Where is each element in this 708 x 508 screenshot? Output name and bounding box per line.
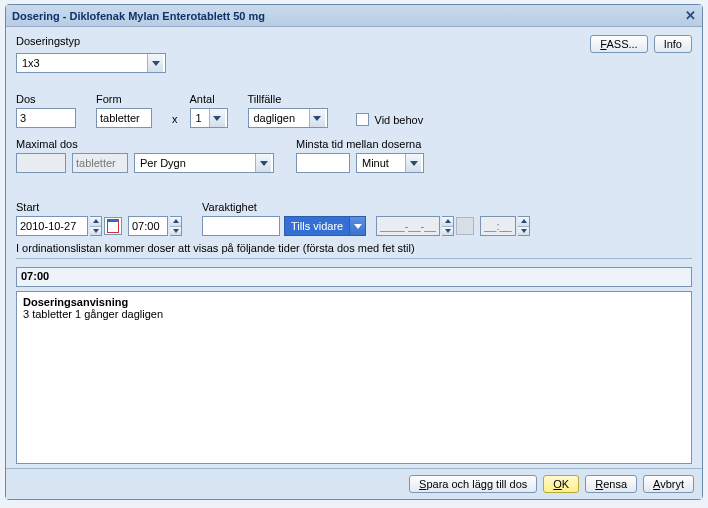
title-bar: Dosering - Diklofenak Mylan Enterotablet… bbox=[6, 5, 702, 27]
minsta-label: Minsta tid mellan doserna bbox=[296, 138, 424, 150]
dialog-footer: Spara och lägg till dos OK Rensa Avbryt bbox=[6, 468, 702, 499]
start-date-input[interactable] bbox=[16, 216, 88, 236]
maxdos-label: Maximal dos bbox=[16, 138, 274, 150]
antal-label: Antal bbox=[190, 93, 228, 105]
chevron-down-icon[interactable] bbox=[405, 154, 421, 172]
varaktighet-mode-select[interactable]: Tills vidare bbox=[284, 216, 366, 236]
chevron-down-icon[interactable] bbox=[309, 109, 325, 127]
form-input[interactable] bbox=[96, 108, 152, 128]
minsta-unit-select[interactable]: Minut bbox=[356, 153, 424, 173]
chevron-down-icon[interactable] bbox=[255, 154, 271, 172]
maxdos-input bbox=[16, 153, 66, 173]
tillfalle-select[interactable]: dagligen bbox=[248, 108, 328, 128]
vidbehov-checkbox[interactable] bbox=[356, 113, 369, 126]
fass-button[interactable]: FASS... bbox=[590, 35, 647, 53]
chevron-down-icon[interactable] bbox=[147, 54, 163, 72]
varaktighet-label: Varaktighet bbox=[202, 201, 530, 213]
avbryt-button[interactable]: Avbryt bbox=[643, 475, 694, 493]
rensa-button[interactable]: Rensa bbox=[585, 475, 637, 493]
anvisning-heading: Doseringsanvisning bbox=[23, 296, 685, 308]
info-button[interactable]: Info bbox=[654, 35, 692, 53]
maxdos-form bbox=[72, 153, 128, 173]
dialog-title: Dosering - Diklofenak Mylan Enterotablet… bbox=[12, 10, 265, 22]
varaktighet-input[interactable] bbox=[202, 216, 280, 236]
times-box: 07:00 bbox=[16, 267, 692, 287]
doseringstyp-select[interactable]: 1x3 bbox=[16, 53, 166, 73]
anvisning-text: 3 tabletter 1 gånger dagligen bbox=[23, 308, 685, 320]
minsta-input[interactable] bbox=[296, 153, 350, 173]
calendar-icon[interactable] bbox=[104, 217, 122, 235]
start-time-input[interactable] bbox=[128, 216, 168, 236]
maxdos-per-select[interactable]: Per Dygn bbox=[134, 153, 274, 173]
divider bbox=[16, 258, 692, 259]
close-icon[interactable]: ✕ bbox=[685, 8, 696, 23]
dosing-dialog: Dosering - Diklofenak Mylan Enterotablet… bbox=[5, 4, 703, 500]
tillfalle-label: Tillfälle bbox=[248, 93, 328, 105]
anvisning-box: Doseringsanvisning 3 tabletter 1 gånger … bbox=[16, 291, 692, 464]
calendar-icon-disabled bbox=[456, 217, 474, 235]
dos-label: Dos bbox=[16, 93, 76, 105]
chevron-down-icon[interactable] bbox=[349, 217, 365, 235]
end-time-input bbox=[480, 216, 516, 236]
form-label: Form bbox=[96, 93, 152, 105]
end-date-input bbox=[376, 216, 440, 236]
start-time-spinner[interactable] bbox=[170, 216, 182, 236]
vidbehov-label: Vid behov bbox=[375, 114, 424, 126]
start-label: Start bbox=[16, 201, 182, 213]
antal-select[interactable]: 1 bbox=[190, 108, 228, 128]
ok-button[interactable]: OK bbox=[543, 475, 579, 493]
dos-input[interactable] bbox=[16, 108, 76, 128]
dialog-content: Doseringstyp 1x3 FASS... Info Dos Form x… bbox=[6, 27, 702, 468]
end-date-spinner bbox=[442, 216, 454, 236]
spara-button[interactable]: Spara och lägg till dos bbox=[409, 475, 537, 493]
start-date-spinner[interactable] bbox=[90, 216, 102, 236]
doseringstyp-label: Doseringstyp bbox=[16, 35, 584, 47]
end-time-spinner bbox=[518, 216, 530, 236]
chevron-down-icon[interactable] bbox=[209, 109, 225, 127]
multiply-sign: x bbox=[172, 113, 178, 125]
times-note: I ordinationslistan kommer doser att vis… bbox=[16, 242, 692, 254]
